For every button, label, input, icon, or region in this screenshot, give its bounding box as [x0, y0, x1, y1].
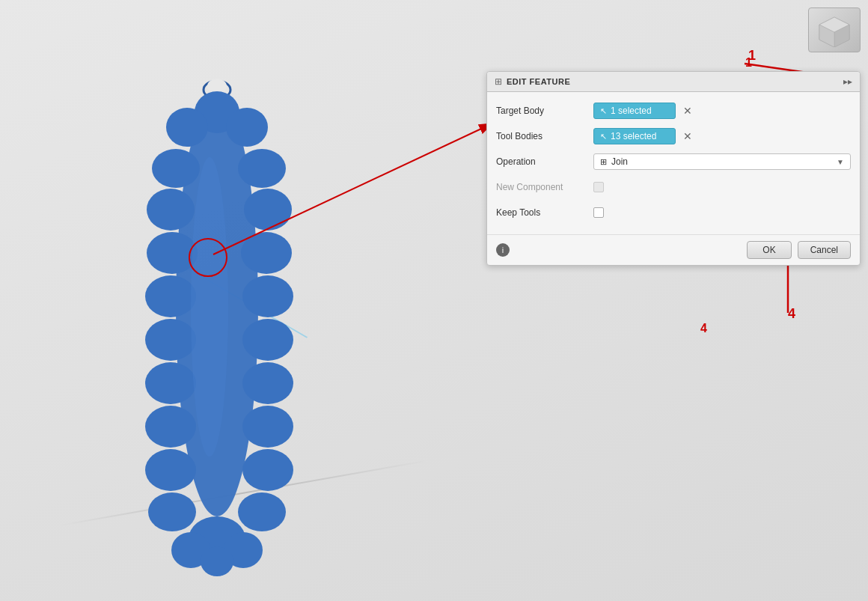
cursor-icon: ↖: [600, 106, 607, 116]
target-body-control: ↖ 1 selected ✕: [593, 103, 851, 119]
tool-bodies-row: Tool Bodies ↖ 13 selected ✕: [487, 123, 860, 149]
target-body-clear-button[interactable]: ✕: [680, 105, 695, 117]
tool-bodies-clear-button[interactable]: ✕: [680, 130, 695, 142]
svg-point-11: [145, 362, 196, 404]
tool-bodies-selected-button[interactable]: ↖ 13 selected: [593, 128, 676, 144]
svg-point-14: [148, 492, 196, 531]
target-body-selected-button[interactable]: ↖ 1 selected: [593, 103, 676, 119]
keep-tools-row: Keep Tools: [487, 200, 860, 225]
3d-shape: [60, 30, 419, 584]
nav-cube[interactable]: [808, 7, 861, 52]
keep-tools-label: Keep Tools: [496, 207, 593, 218]
panel-footer: i OK Cancel: [487, 234, 860, 265]
svg-point-4: [166, 108, 208, 147]
svg-point-16: [244, 189, 292, 231]
panel-body: Target Body ↖ 1 selected ✕ Tool Bodies ↖…: [487, 92, 860, 231]
svg-point-6: [152, 149, 200, 188]
panel-header: ⊞ EDIT FEATURE ▸▸: [487, 72, 860, 92]
svg-point-17: [241, 232, 292, 274]
svg-point-5: [226, 108, 268, 147]
panel-header-left: ⊞ EDIT FEATURE: [495, 76, 570, 87]
svg-point-27: [201, 546, 233, 576]
edit-feature-panel: ⊞ EDIT FEATURE ▸▸ Target Body ↖ 1 select…: [486, 71, 861, 266]
svg-point-15: [238, 149, 286, 188]
svg-point-23: [238, 492, 286, 531]
cancel-button[interactable]: Cancel: [798, 241, 851, 259]
tool-bodies-value: 13 selected: [611, 131, 656, 141]
operation-icon: ⊞: [600, 157, 607, 167]
target-body-label: Target Body: [496, 106, 593, 116]
panel-title: EDIT FEATURE: [507, 77, 570, 86]
edit-feature-icon: ⊞: [495, 76, 502, 87]
panel-footer-left: i: [496, 243, 510, 257]
annotation-1: 1: [745, 56, 752, 70]
svg-point-13: [145, 449, 196, 491]
keep-tools-checkbox[interactable]: [593, 207, 604, 218]
svg-point-10: [145, 319, 196, 361]
operation-value: Join: [611, 156, 628, 167]
svg-point-18: [242, 275, 293, 317]
selection-circle: [189, 238, 227, 277]
svg-point-12: [145, 406, 196, 448]
keep-tools-control: [593, 207, 851, 218]
operation-label: Operation: [496, 156, 593, 167]
cursor-icon-2: ↖: [600, 132, 607, 141]
new-component-checkbox: [593, 182, 604, 192]
target-body-value: 1 selected: [611, 106, 652, 116]
panel-expand-button[interactable]: ▸▸: [843, 76, 852, 87]
svg-point-21: [242, 406, 293, 448]
info-icon[interactable]: i: [496, 243, 510, 257]
target-body-row: Target Body ↖ 1 selected ✕: [487, 98, 860, 123]
operation-row: Operation ⊞ Join ▼: [487, 149, 860, 174]
ok-button[interactable]: OK: [747, 241, 791, 259]
operation-control: ⊞ Join ▼: [593, 153, 851, 170]
svg-point-9: [145, 275, 196, 317]
svg-point-20: [242, 362, 293, 404]
tool-bodies-label: Tool Bodies: [496, 131, 593, 141]
new-component-label: New Component: [496, 182, 593, 192]
svg-point-7: [147, 189, 195, 231]
footer-buttons: OK Cancel: [747, 241, 851, 259]
svg-point-22: [242, 449, 293, 491]
operation-dropdown[interactable]: ⊞ Join ▼: [593, 153, 851, 170]
svg-point-19: [242, 319, 293, 361]
tool-bodies-control: ↖ 13 selected ✕: [593, 128, 851, 144]
new-component-control: [593, 182, 851, 192]
annotation-4: 4: [700, 322, 707, 335]
new-component-row: New Component: [487, 174, 860, 200]
dropdown-arrow-icon: ▼: [837, 158, 844, 166]
svg-point-28: [191, 157, 228, 457]
